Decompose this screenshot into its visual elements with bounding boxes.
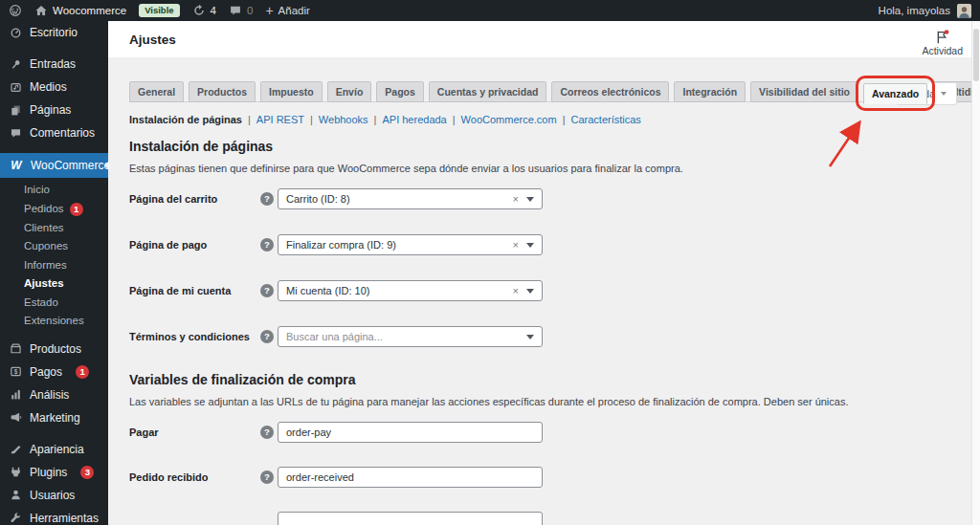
clear-icon[interactable]: × — [513, 194, 519, 205]
submenu-item-ajustes[interactable]: Ajustes — [0, 274, 108, 294]
tab-general[interactable]: General — [129, 81, 184, 102]
products-box-icon — [10, 342, 22, 355]
greeting-text[interactable]: Hola, imayolas — [879, 5, 950, 16]
page-header: Ajustes Actividad — [108, 21, 980, 57]
select-controls: × — [513, 286, 534, 296]
sidebar-item-paginas[interactable]: Páginas — [0, 98, 108, 121]
subnav-link-api-heredada[interactable]: API heredada — [382, 114, 446, 125]
chevron-down-icon[interactable] — [526, 335, 534, 339]
cart-page-select[interactable]: Carrito (ID: 8) × — [278, 188, 543, 209]
sidebar-item-medios[interactable]: Medios — [0, 76, 108, 98]
sidebar-item-label: Usuarios — [30, 489, 75, 502]
activity-button[interactable]: Actividad — [922, 23, 963, 56]
user-avatar[interactable] — [957, 4, 971, 18]
subnav-link-caracteristicas[interactable]: Características — [571, 114, 641, 125]
tab-correos-electronicos[interactable]: Correos electrónicos — [551, 81, 669, 102]
admin-bar-right: Hola, imayolas — [879, 4, 980, 18]
payments-icon: $ — [10, 365, 22, 378]
form-row-pedido-recibido: Pedido recibido ? — [129, 467, 946, 488]
comments-icon — [10, 127, 22, 140]
admin-bar-left: Woocommerce Visible 4 0 + Añadir — [0, 4, 310, 17]
pay-endpoint-input[interactable] — [278, 422, 543, 443]
section-description: Estas páginas tienen que definirse para … — [129, 163, 946, 174]
submenu-item-inicio[interactable]: Inicio — [0, 181, 108, 200]
tab-impuesto[interactable]: Impuesto — [260, 81, 323, 102]
comments-menu[interactable]: 0 — [229, 4, 253, 17]
help-tip-icon[interactable]: ? — [260, 284, 274, 297]
help-tip-icon[interactable]: ? — [260, 238, 274, 252]
visibility-badge: Visible — [139, 4, 179, 17]
field-label: Pagar — [129, 427, 260, 438]
sidebar-item-apariencia[interactable]: Apariencia — [0, 438, 108, 461]
subnav-separator: | — [248, 114, 251, 125]
subnav-separator: | — [563, 114, 566, 125]
sidebar-item-analisis[interactable]: Análisis — [0, 383, 108, 406]
tab-cuentas-y-privacidad[interactable]: Cuentas y privacidad — [429, 81, 547, 102]
pagos-count-badge: 1 — [76, 365, 89, 379]
sidebar-item-plugins[interactable]: Plugins 3 — [0, 461, 108, 484]
submenu-label: Inicio — [24, 184, 50, 197]
sidebar-item-herramientas[interactable]: Herramientas — [0, 507, 108, 525]
field-label: Página de mi cuenta — [129, 285, 260, 296]
form-row-pagina-de-pago: Página de pago ? Finalizar compra (ID: 9… — [129, 234, 946, 255]
chevron-down-icon[interactable] — [526, 243, 534, 248]
clear-icon[interactable]: × — [513, 240, 519, 251]
sidebar-item-woocommerce[interactable]: W WooCommerce — [0, 153, 108, 178]
tab-productos[interactable]: Productos — [189, 81, 256, 102]
chevron-down-icon[interactable] — [526, 197, 534, 202]
updates-menu[interactable]: 4 — [192, 4, 216, 17]
tab-visibilidad-del-sitio[interactable]: Visibilidad del sitio — [750, 81, 858, 102]
sidebar-item-escritorio[interactable]: Escritorio — [0, 21, 108, 44]
selected-value: Mi cuenta (ID: 10) — [286, 285, 369, 296]
checkout-page-select[interactable]: Finalizar compra (ID: 9) × — [278, 234, 543, 255]
appearance-brush-icon — [10, 443, 22, 455]
sidebar-item-marketing[interactable]: Marketing — [0, 406, 108, 429]
submenu-item-clientes[interactable]: Clientes — [0, 219, 108, 238]
sidebar-item-usuarios[interactable]: Usuarios — [0, 484, 108, 507]
chevron-down-icon[interactable] — [526, 289, 534, 294]
sidebar-item-pagos[interactable]: $ Pagos 1 — [0, 361, 108, 383]
sidebar-item-entradas[interactable]: Entradas — [0, 53, 108, 76]
help-tip-icon[interactable]: ? — [260, 426, 274, 439]
dashboard-icon — [10, 27, 22, 39]
add-new-menu[interactable]: + Añadir — [265, 4, 309, 17]
tab-envio[interactable]: Envío — [327, 81, 372, 102]
submenu-item-extensiones[interactable]: Extensiones — [0, 312, 108, 331]
analytics-bars-icon — [10, 388, 22, 401]
subnav-link-webhooks[interactable]: Webhooks — [319, 114, 368, 125]
partial-endpoint-input[interactable] — [278, 512, 543, 525]
submenu-item-cupones[interactable]: Cupones — [0, 237, 108, 256]
tab-integracion[interactable]: Integración — [674, 81, 746, 102]
wordpress-logo-menu[interactable] — [9, 4, 22, 17]
submenu-item-informes[interactable]: Informes — [0, 256, 108, 275]
tab-avanzado[interactable]: Avanzado — [863, 83, 927, 104]
terms-page-select[interactable]: Buscar una página... — [278, 326, 543, 347]
help-tip-icon[interactable]: ? — [260, 192, 274, 206]
field-label: Página del carrito — [129, 193, 260, 205]
submenu-item-estado[interactable]: Estado — [0, 294, 108, 313]
submenu-label: Extensiones — [24, 315, 84, 328]
sidebar-item-label: WooCommerce — [31, 159, 110, 172]
site-menu[interactable]: Woocommerce — [34, 4, 126, 17]
clear-icon[interactable]: × — [513, 286, 519, 296]
subnav-link-api-rest[interactable]: API REST — [256, 114, 304, 125]
help-tip-icon[interactable]: ? — [260, 470, 274, 484]
vertical-scrollbar[interactable] — [971, 21, 980, 525]
tab-pagos[interactable]: Pagos — [376, 81, 424, 102]
updates-count: 4 — [211, 5, 216, 16]
help-tip-icon[interactable]: ? — [260, 330, 274, 343]
sidebar-item-label: Comentarios — [30, 126, 95, 140]
form-row-pagar: Pagar ? — [129, 422, 946, 443]
wordpress-logo-icon — [9, 4, 22, 17]
sidebar-item-productos[interactable]: Productos — [0, 338, 108, 361]
submenu-item-pedidos[interactable]: Pedidos 1 — [0, 200, 108, 219]
submenu-label: Pedidos — [24, 203, 64, 216]
subnav-link-woocommerce-com[interactable]: WooCommerce.com — [461, 114, 557, 125]
sidebar-item-comentarios[interactable]: Comentarios — [0, 121, 108, 144]
megaphone-icon — [10, 411, 22, 424]
my-account-page-select[interactable]: Mi cuenta (ID: 10) × — [278, 280, 543, 301]
tab-avanzado-wrapper: Avanzado — [863, 84, 927, 101]
form-row-partial — [129, 512, 946, 525]
scrollbar-thumb[interactable] — [973, 29, 979, 81]
order-received-endpoint-input[interactable] — [278, 467, 543, 488]
